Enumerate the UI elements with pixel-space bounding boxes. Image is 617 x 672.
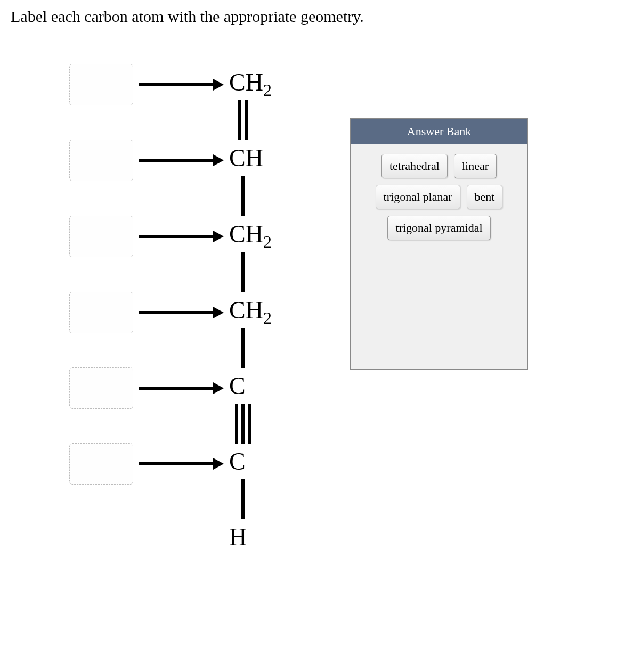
atom-5: C bbox=[229, 372, 246, 404]
answer-trigonal-pyramidal[interactable]: trigonal pyramidal bbox=[387, 216, 490, 240]
drop-target-2[interactable] bbox=[69, 140, 133, 181]
answer-bank-title: Answer Bank bbox=[351, 119, 527, 144]
question-text: Label each carbon atom with the appropri… bbox=[11, 7, 364, 26]
answer-linear[interactable]: linear bbox=[454, 154, 497, 178]
atom-2: CH bbox=[229, 144, 263, 176]
atom-1: CH2 bbox=[229, 68, 272, 100]
drop-target-6[interactable] bbox=[69, 443, 133, 485]
answer-trigonal-planar[interactable]: trigonal planar bbox=[376, 185, 460, 209]
arrow-6 bbox=[139, 457, 224, 471]
arrow-2 bbox=[139, 153, 224, 167]
svg-marker-9 bbox=[213, 382, 224, 394]
arrow-5 bbox=[139, 381, 224, 395]
arrow-3 bbox=[139, 230, 224, 243]
svg-marker-1 bbox=[213, 79, 224, 91]
answer-bank: Answer Bank tetrahedral linear trigonal … bbox=[350, 118, 528, 370]
drop-target-4[interactable] bbox=[69, 292, 133, 333]
atom-7: H bbox=[229, 523, 247, 555]
answer-bank-body: tetrahedral linear trigonal planar bent … bbox=[351, 144, 527, 250]
arrow-4 bbox=[139, 306, 224, 319]
answer-tetrahedral[interactable]: tetrahedral bbox=[381, 154, 448, 178]
answer-bent[interactable]: bent bbox=[467, 185, 503, 209]
drop-target-3[interactable] bbox=[69, 216, 133, 257]
svg-marker-7 bbox=[213, 307, 224, 318]
svg-marker-3 bbox=[213, 154, 224, 166]
atom-3: CH2 bbox=[229, 220, 272, 252]
atom-6: C bbox=[229, 447, 246, 479]
drop-target-1[interactable] bbox=[69, 64, 133, 105]
molecule-diagram: CH2 CH CH2 CH2 C C H bbox=[69, 59, 325, 591]
svg-marker-5 bbox=[213, 231, 224, 242]
drop-target-5[interactable] bbox=[69, 367, 133, 409]
arrow-1 bbox=[139, 78, 224, 92]
atom-4: CH2 bbox=[229, 296, 272, 328]
svg-marker-11 bbox=[213, 458, 224, 470]
